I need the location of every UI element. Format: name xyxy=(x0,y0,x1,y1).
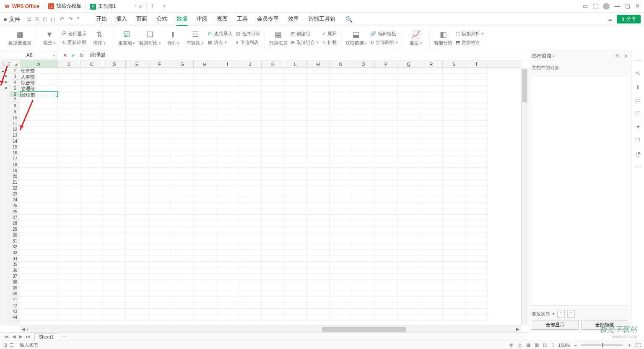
cell[interactable] xyxy=(216,197,239,203)
cell[interactable] xyxy=(307,209,330,215)
cell[interactable] xyxy=(58,138,80,144)
cell[interactable] xyxy=(20,133,58,138)
cell[interactable] xyxy=(284,250,307,256)
cell[interactable] xyxy=(194,74,216,80)
cell[interactable] xyxy=(171,244,194,250)
cell[interactable] xyxy=(103,285,126,291)
cell[interactable] xyxy=(307,315,330,320)
cell[interactable] xyxy=(375,262,397,268)
cell[interactable] xyxy=(352,80,375,86)
cell[interactable] xyxy=(194,303,216,309)
cell[interactable] xyxy=(375,91,397,97)
cell[interactable] xyxy=(330,203,352,209)
tab-smart-toolbox[interactable]: 智能工具箱 xyxy=(308,13,335,26)
cell[interactable] xyxy=(80,91,103,97)
cell[interactable] xyxy=(397,285,420,291)
cell[interactable] xyxy=(20,203,58,209)
cell[interactable] xyxy=(126,297,148,303)
cell[interactable] xyxy=(58,203,80,209)
cell[interactable] xyxy=(148,156,171,162)
cell[interactable] xyxy=(216,250,239,256)
undo-icon[interactable]: ↶ xyxy=(60,16,64,22)
cell[interactable] xyxy=(80,273,103,279)
cell[interactable] xyxy=(148,291,171,297)
cell[interactable] xyxy=(216,97,239,103)
cell[interactable] xyxy=(284,197,307,203)
cell[interactable] xyxy=(148,250,171,256)
column-header[interactable]: N xyxy=(330,60,352,68)
cell[interactable] xyxy=(443,115,465,121)
tab-tools[interactable]: 工具 xyxy=(237,13,248,26)
cell[interactable] xyxy=(148,297,171,303)
cell[interactable] xyxy=(216,115,239,121)
cell[interactable] xyxy=(307,297,330,303)
cell[interactable] xyxy=(375,221,397,227)
maximize-button[interactable]: ▢ xyxy=(625,3,630,9)
cell[interactable] xyxy=(148,238,171,244)
row-header[interactable]: 35 xyxy=(10,262,20,268)
cell[interactable] xyxy=(352,109,375,115)
cell[interactable] xyxy=(171,91,194,97)
cell[interactable] xyxy=(80,238,103,244)
cell[interactable] xyxy=(126,232,148,238)
cell[interactable] xyxy=(171,238,194,244)
cell[interactable] xyxy=(239,250,262,256)
cell[interactable] xyxy=(58,291,80,297)
cell[interactable] xyxy=(397,180,420,185)
cell[interactable] xyxy=(194,279,216,285)
cell[interactable] xyxy=(239,74,262,80)
row-header[interactable]: 4 xyxy=(10,80,20,86)
cell[interactable] xyxy=(103,168,126,174)
cell[interactable] xyxy=(58,191,80,197)
help-sidebar-icon[interactable]: ☐ xyxy=(635,137,641,143)
cell[interactable] xyxy=(103,103,126,109)
cell[interactable] xyxy=(58,273,80,279)
cell[interactable] xyxy=(20,191,58,197)
cell[interactable] xyxy=(465,191,488,197)
cell[interactable] xyxy=(465,291,488,297)
cell[interactable] xyxy=(330,127,352,133)
cell[interactable] xyxy=(58,315,80,320)
row-header[interactable]: 15 xyxy=(10,144,20,150)
cube-icon[interactable]: ⬚ xyxy=(593,3,598,9)
cell[interactable] xyxy=(284,68,307,74)
cell[interactable] xyxy=(420,162,443,168)
cell[interactable] xyxy=(420,303,443,309)
cell[interactable] xyxy=(307,162,330,168)
cell[interactable] xyxy=(80,180,103,185)
cell[interactable] xyxy=(262,209,284,215)
cell[interactable] xyxy=(420,150,443,156)
cell[interactable] xyxy=(58,162,80,168)
cell[interactable] xyxy=(58,256,80,262)
cell[interactable] xyxy=(330,221,352,227)
cell[interactable] xyxy=(262,215,284,221)
cell[interactable] xyxy=(194,97,216,103)
cell[interactable] xyxy=(103,138,126,144)
cell[interactable] xyxy=(375,174,397,180)
cell[interactable] xyxy=(397,109,420,115)
cell[interactable] xyxy=(375,156,397,162)
cell[interactable] xyxy=(103,162,126,168)
cell[interactable] xyxy=(307,115,330,121)
cell[interactable] xyxy=(103,268,126,273)
cell[interactable] xyxy=(420,103,443,109)
row-header[interactable]: 33 xyxy=(10,250,20,256)
cell[interactable] xyxy=(352,203,375,209)
cell[interactable] xyxy=(58,238,80,244)
cell[interactable] xyxy=(262,168,284,174)
tab-data[interactable]: 数据 xyxy=(177,13,187,26)
properties-icon[interactable]: ▭ xyxy=(635,96,641,103)
cell[interactable] xyxy=(330,197,352,203)
cell[interactable] xyxy=(80,215,103,221)
cell[interactable] xyxy=(239,180,262,185)
cell[interactable] xyxy=(330,303,352,309)
cell[interactable] xyxy=(148,303,171,309)
cell[interactable] xyxy=(126,279,148,285)
row-header[interactable]: 26 xyxy=(10,209,20,215)
confirm-edit-icon[interactable]: ✓ xyxy=(71,52,75,58)
cell[interactable] xyxy=(262,262,284,268)
cell[interactable] xyxy=(194,232,216,238)
cell[interactable] xyxy=(307,168,330,174)
cell[interactable] xyxy=(420,227,443,232)
cell[interactable] xyxy=(103,74,126,80)
